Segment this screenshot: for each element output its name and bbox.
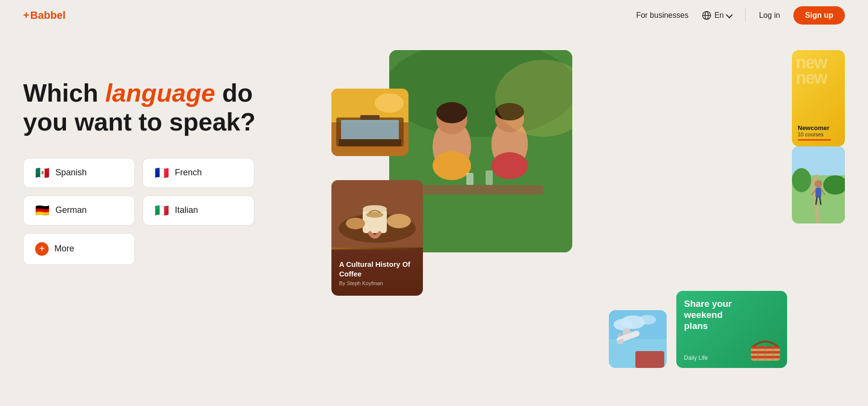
svg-rect-15 [466,173,473,185]
hero-heading: Which language do you want to speak? [23,79,293,137]
plane-svg [609,310,667,368]
signup-button[interactable]: Sign up [793,6,845,25]
svg-point-50 [792,168,811,192]
basket-svg [749,334,782,363]
svg-point-13 [491,152,528,179]
navbar: + Babbel For businesses En Log in Sign u… [0,0,868,31]
newcomer-bg-text: newnew [796,55,827,86]
card-car-image [331,89,408,156]
collage-container: A Cultural History Of Coffee By Steph Ko… [331,50,845,397]
hero-collage: A Cultural History Of Coffee By Steph Ko… [331,50,845,397]
hero-section: Which language do you want to speak? 🇲🇽 … [0,31,868,397]
card-weekend: Share your weekend plans [676,291,787,368]
svg-point-12 [433,151,471,180]
nav-divider [745,9,746,22]
login-link[interactable]: Log in [759,11,780,20]
language-button-more[interactable]: + More [23,233,135,265]
svg-rect-40 [635,351,664,368]
card-newcomer: newnew Newcomer 10 courses [792,50,845,146]
card-coffee-inner: A Cultural History Of Coffee By Steph Ko… [331,180,423,296]
svg-rect-16 [486,170,493,185]
italian-label: Italian [175,205,198,215]
card-plane [609,310,667,368]
svg-point-28 [366,212,383,218]
basket-icon [749,334,782,363]
card-person [792,146,845,223]
svg-point-27 [363,205,387,213]
italian-flag: 🇮🇹 [155,205,169,216]
spanish-label: Spanish [55,168,87,178]
newcomer-courses: 10 courses [798,131,839,137]
svg-rect-23 [360,115,380,120]
newcomer-label: Newcomer [798,124,839,131]
coffee-title: A Cultural History Of Coffee [339,260,415,278]
car-svg [331,89,408,156]
svg-rect-21 [341,120,399,142]
spanish-flag: 🇲🇽 [35,167,50,179]
heading-italic: language [105,79,215,107]
french-flag: 🇫🇷 [155,167,169,179]
chevron-down-icon [726,11,733,18]
logo[interactable]: + Babbel [23,9,66,22]
german-flag: 🇩🇪 [35,205,50,216]
language-button-italian[interactable]: 🇮🇹 Italian [143,196,254,225]
weekend-tag: Daily Life [684,354,708,361]
card-car [331,89,408,156]
card-coffee: A Cultural History Of Coffee By Steph Ko… [331,180,423,296]
card-plane-image [609,310,667,368]
person-svg [792,146,845,223]
svg-point-10 [436,102,467,123]
heading-part1: Which [23,79,105,107]
german-label: German [55,205,87,215]
svg-rect-22 [339,139,401,146]
svg-point-29 [387,214,411,228]
lang-label: En [714,11,724,20]
logo-plus: + [23,9,29,22]
card-weekend-inner: Share your weekend plans [676,291,787,368]
coffee-svg [331,180,423,248]
coffee-image [331,180,423,249]
svg-point-52 [815,180,822,188]
card-person-image [792,146,845,223]
language-grid: 🇲🇽 Spanish 🇫🇷 French 🇩🇪 German 🇮🇹 Italia… [23,158,254,265]
language-selector[interactable]: En [702,11,732,20]
plus-icon: + [35,242,49,256]
svg-point-19 [375,93,404,113]
globe-icon [702,11,711,20]
card-newcomer-inner: newnew Newcomer 10 courses [792,50,845,146]
french-label: French [175,168,202,178]
more-label: More [54,244,74,254]
coffee-author: By Steph Koyfman [339,280,415,286]
newcomer-progress-bar [798,139,831,141]
language-button-spanish[interactable]: 🇲🇽 Spanish [23,158,135,188]
hero-left: Which language do you want to speak? 🇲🇽 … [23,50,293,265]
svg-line-57 [820,197,821,204]
nav-right: For businesses En Log in Sign up [636,6,845,25]
businesses-link[interactable]: For businesses [636,11,689,20]
weekend-title: Share your weekend plans [684,299,741,331]
svg-point-30 [346,218,365,229]
svg-rect-5 [418,185,543,195]
logo-text: Babbel [30,9,66,22]
svg-rect-53 [815,188,821,197]
language-button-german[interactable]: 🇩🇪 German [23,196,135,225]
language-button-french[interactable]: 🇫🇷 French [143,158,254,188]
svg-line-56 [816,197,817,204]
